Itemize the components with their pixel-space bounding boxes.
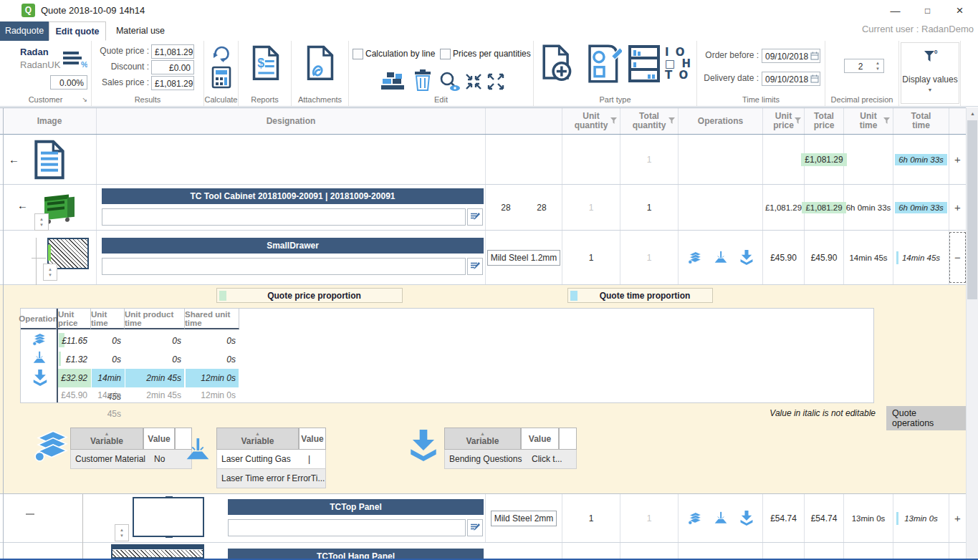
op-laser-unit-price[interactable]: £1.32 xyxy=(58,350,91,369)
row-tchang-panel[interactable]: TCTool Hang Panel xyxy=(0,543,966,559)
filter-funnel-icon[interactable] xyxy=(883,117,891,127)
header-total-quantity[interactable]: Total quantity xyxy=(620,108,679,134)
collapse-rows-icon[interactable] xyxy=(465,73,482,92)
variable-header[interactable]: ▲ Variable xyxy=(70,428,143,450)
header-operations[interactable]: Operations xyxy=(679,108,763,134)
variable-value[interactable]: ErrorTi... xyxy=(290,473,325,483)
header-image[interactable]: Image xyxy=(3,108,97,134)
scroll-up-icon[interactable]: ▲ xyxy=(967,107,978,120)
header-unit-quantity[interactable]: Unit quantity xyxy=(562,108,620,134)
header-material-blank[interactable] xyxy=(486,108,562,134)
edit-description-button[interactable] xyxy=(467,519,483,536)
laser-cut-operation-icon[interactable] xyxy=(713,251,729,265)
laser-cut-operation-icon[interactable] xyxy=(32,351,47,367)
variable-value[interactable]: No xyxy=(150,454,169,464)
material-operation-icon[interactable] xyxy=(32,332,47,349)
material-operation-icon[interactable] xyxy=(687,251,703,265)
tab-material-use[interactable]: Material use xyxy=(107,21,173,41)
tab-edit-quote[interactable]: Edit quote xyxy=(49,21,106,41)
stepper-up-icon[interactable]: ▲ xyxy=(48,266,52,272)
reports-icon[interactable]: $ xyxy=(251,45,280,85)
new-part-icon[interactable] xyxy=(541,44,574,85)
vertical-scrollbar[interactable]: ▲ xyxy=(966,107,978,560)
header-designation[interactable]: Designation xyxy=(97,108,486,134)
hardware-parts-icon[interactable]: I O □ H T O xyxy=(665,47,692,81)
display-values-button[interactable]: 0 Display values ▼ xyxy=(901,42,959,104)
order-before-calendar-icon[interactable] xyxy=(810,52,819,62)
unload-operation-icon[interactable] xyxy=(739,510,754,526)
prices-per-quantities-checkbox[interactable] xyxy=(440,49,451,59)
material-operation-icon[interactable] xyxy=(687,511,703,526)
edit-description-button[interactable] xyxy=(467,208,483,226)
decimal-precision-stepper[interactable]: ▲ ▼ xyxy=(876,60,880,72)
designation-bar[interactable]: TC Tool Cabinet 20181009-20091 | 2018100… xyxy=(102,188,484,204)
op-laser-unit-product-time[interactable]: 0s xyxy=(125,350,185,369)
quote-price-input[interactable]: £1,081.29 xyxy=(151,44,194,59)
maximize-button[interactable]: □ xyxy=(911,0,944,21)
variable-header[interactable]: ▲ Variable xyxy=(216,428,299,450)
expand-row-button[interactable]: + xyxy=(949,494,966,542)
header-unit-time[interactable]: Unit time xyxy=(844,108,893,134)
op-material-shared-unit-time[interactable]: 0s xyxy=(185,332,239,350)
variable-header[interactable]: ▲ Variable xyxy=(444,428,521,450)
op-unload-unit-product-time[interactable]: 2min 45s xyxy=(125,369,185,387)
quantity-stepper[interactable]: ▲ ▼ xyxy=(34,213,49,231)
filter-funnel-icon[interactable] xyxy=(610,117,618,127)
op-material-unit-time[interactable]: 0s xyxy=(91,332,125,350)
quantity-stepper[interactable]: ▲ ▼ xyxy=(43,264,57,281)
designation-bar[interactable]: TCTop Panel xyxy=(228,499,484,515)
customer-dialog-launcher-icon[interactable]: ↘ xyxy=(82,96,87,103)
description-input[interactable] xyxy=(102,258,466,275)
stepper-up-icon[interactable]: ▲ xyxy=(39,216,44,222)
op-laser-unit-time[interactable]: 0s xyxy=(91,350,125,369)
materials-bricks-icon[interactable] xyxy=(380,69,406,93)
op-material-unit-price[interactable]: £11.65 xyxy=(58,332,91,350)
designation-bar[interactable]: SmallDrawer xyxy=(102,238,484,254)
customer-discount-input[interactable]: 0.00% xyxy=(50,75,87,90)
preview-search-icon[interactable] xyxy=(438,71,462,95)
stepper-down-icon[interactable]: ▼ xyxy=(876,66,880,72)
unload-operation-icon[interactable] xyxy=(739,249,754,266)
unload-operation-icon[interactable] xyxy=(32,369,49,389)
attachments-icon[interactable] xyxy=(306,45,335,85)
description-input[interactable] xyxy=(102,208,466,226)
op-laser-shared-unit-time[interactable]: 0s xyxy=(185,350,239,369)
expand-row-button[interactable]: + xyxy=(949,185,966,230)
calculation-by-line-checkbox[interactable] xyxy=(353,49,363,59)
value-header[interactable]: Value xyxy=(521,428,559,450)
scrollbar-thumb[interactable] xyxy=(967,120,977,299)
value-header[interactable]: Value xyxy=(299,428,326,450)
cabinet-shelf-icon[interactable] xyxy=(628,44,661,85)
op-unload-shared-unit-time[interactable]: 12min 0s xyxy=(185,369,239,387)
collapse-row-button[interactable]: − xyxy=(949,232,966,283)
stepper-up-icon[interactable]: ▲ xyxy=(876,60,880,66)
filter-funnel-icon[interactable] xyxy=(794,117,802,127)
row-cabinet-assembly[interactable]: ← ▲ ▼ TC Tool Cabinet 20181009-20091 | 2… xyxy=(0,185,966,231)
row-tctop-panel[interactable]: ▲ ▼ TCTop Panel Mild Steel 2mm 1 1 £54.7… xyxy=(0,494,966,543)
expand-rows-icon[interactable] xyxy=(487,73,504,92)
expand-row-button[interactable]: + xyxy=(949,135,966,184)
tab-radquote[interactable]: Radquote xyxy=(0,21,49,41)
laser-cut-operation-icon[interactable] xyxy=(713,511,729,526)
op-material-unit-product-time[interactable]: 0s xyxy=(125,332,185,350)
stepper-down-icon[interactable]: ▼ xyxy=(48,272,52,278)
variable-value[interactable]: | xyxy=(304,454,315,464)
delete-trash-icon[interactable] xyxy=(413,69,433,94)
op-unload-unit-price[interactable]: £32.92 xyxy=(58,369,91,387)
close-button[interactable]: × xyxy=(944,0,976,21)
recalculate-icon[interactable] xyxy=(211,43,232,67)
discount-input[interactable]: £0.00 xyxy=(151,60,194,74)
calculator-icon[interactable] xyxy=(211,66,231,91)
stepper-down-icon[interactable]: ▼ xyxy=(39,222,44,228)
row-quote-root[interactable]: ← 1 £1,081.29 6h 0min 33s + xyxy=(0,135,966,185)
description-input[interactable] xyxy=(228,519,466,536)
sales-price-input[interactable]: £1,081.29 xyxy=(151,76,194,90)
op-unload-unit-time[interactable]: 14min 45s xyxy=(91,369,125,387)
minimize-button[interactable]: — xyxy=(879,0,911,21)
edit-description-button[interactable] xyxy=(467,258,483,275)
header-total-price[interactable]: Total price xyxy=(805,108,844,134)
header-unit-price[interactable]: Unit price xyxy=(763,108,805,134)
delivery-date-calendar-icon[interactable] xyxy=(810,74,819,85)
value-header[interactable]: Value xyxy=(143,428,175,450)
row-small-drawer[interactable]: ▲ ▼ SmallDrawer Mild Steel 1.2mm 1 1 £45… xyxy=(0,231,966,285)
